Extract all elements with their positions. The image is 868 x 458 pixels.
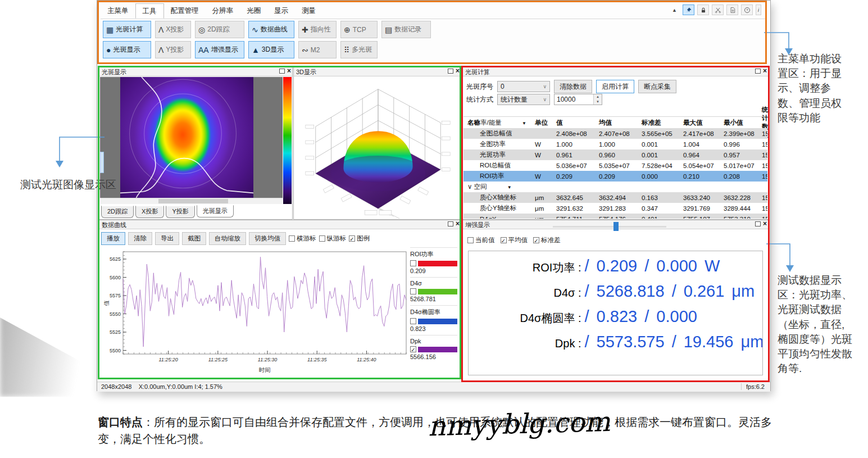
menu-item-配置管理[interactable]: 配置管理: [164, 3, 206, 19]
float-window-icon[interactable]: [448, 221, 453, 226]
table-row[interactable]: 全图功率W1.0001.0000.0011.0040.996151: [463, 139, 767, 149]
font-size-slider[interactable]: [553, 226, 666, 228]
menu-item-分辨率[interactable]: 分辨率: [206, 3, 240, 19]
float-window-icon[interactable]: [755, 69, 761, 74]
checkbox-box[interactable]: ✓: [533, 237, 539, 243]
calc-controls-row1: 光斑序号 0 ∨ 清除数据 启用计算 断点采集: [466, 80, 676, 93]
filter-marker-icon[interactable]: ▼: [521, 121, 526, 126]
checkbox-纵游标[interactable]: 纵游标: [319, 234, 347, 243]
legend-checkbox[interactable]: [410, 260, 416, 266]
menu-item-工具[interactable]: 工具: [135, 3, 164, 19]
close-icon[interactable]: ×: [287, 68, 291, 74]
curve-button-导出[interactable]: 导出: [155, 232, 179, 245]
curve-button-播放[interactable]: 播放: [101, 232, 125, 245]
toolbar-button-3D显示[interactable]: ▲3D显示: [248, 41, 294, 58]
toolbar-button-数据曲线[interactable]: ∿数据曲线: [248, 21, 294, 38]
stepper-arrows[interactable]: ▲ ▼: [593, 94, 602, 105]
table-row[interactable]: 质心X轴坐标μm3632.6453632.4940.1633633.240363…: [463, 192, 767, 203]
curve-button-清除[interactable]: 清除: [128, 232, 152, 245]
table-group-row[interactable]: ∨ 功率/能量 ▼: [463, 117, 767, 128]
tab-光斑显示[interactable]: 光斑显示: [197, 205, 234, 217]
beam-image-area[interactable]: [100, 77, 283, 198]
close-icon[interactable]: ×: [763, 68, 767, 74]
toolbar-button-光斑显示[interactable]: ●光斑显示: [103, 41, 151, 58]
checkbox-平均值[interactable]: ✓平均值: [501, 236, 528, 244]
table-row[interactable]: 光斑功率W0.9610.9600.0010.9640.957151: [463, 149, 767, 160]
help-icon[interactable]: ?: [741, 4, 753, 15]
surface-plot-3d[interactable]: [294, 77, 460, 219]
checkbox-box[interactable]: [289, 235, 295, 242]
checkbox-box[interactable]: [319, 235, 325, 242]
curve-button-截图[interactable]: 截图: [182, 232, 206, 245]
table-row[interactable]: 质心Y轴坐标μm3291.6323291.2830.3473291.769328…: [463, 203, 767, 214]
close-icon[interactable]: ×: [456, 221, 460, 226]
checkbox-当前值[interactable]: 当前值: [467, 236, 495, 244]
toolbar-button-TCP[interactable]: ⊕TCP: [340, 21, 378, 38]
table-row[interactable]: D4σXμm5754.7115754.1760.4015755.1075753.…: [463, 214, 767, 219]
stat-mode-select[interactable]: 统计数量 ∨: [497, 94, 550, 105]
checkbox-box[interactable]: ✓: [349, 235, 355, 242]
status-fps: fps:6.2: [741, 383, 765, 390]
legend-color-bar: [418, 347, 457, 352]
tab-2D跟踪[interactable]: 2D跟踪: [101, 206, 134, 218]
enable-calc-button[interactable]: 启用计算: [596, 80, 634, 93]
checkbox-标准差[interactable]: ✓标准差: [533, 236, 561, 244]
legend-checkbox[interactable]: [410, 288, 416, 294]
float-window-icon[interactable]: [448, 69, 453, 74]
stepper-up-icon[interactable]: ▲: [594, 94, 602, 99]
clear-data-button[interactable]: 清除数据: [554, 80, 592, 93]
toolbar-button-多光斑[interactable]: ⠿多光斑: [340, 41, 378, 58]
scissors-icon[interactable]: [712, 4, 724, 15]
menu-item-显示[interactable]: 显示: [267, 3, 295, 19]
checkbox-横游标[interactable]: 横游标: [289, 234, 316, 243]
menu-item-主菜单[interactable]: 主菜单: [101, 3, 135, 19]
toolbar-button-M2[interactable]: ∾M2: [298, 41, 337, 58]
checkbox-图例[interactable]: ✓图例: [349, 234, 370, 243]
table-row[interactable]: ROI总幅值5.036e+075.035e+077.528e+045.054e+…: [463, 160, 767, 171]
table-row[interactable]: 全图总幅值2.408e+082.407e+083.565e+052.417e+0…: [463, 128, 767, 139]
breakpoint-capture-button[interactable]: 断点采集: [638, 80, 676, 93]
checkbox-box[interactable]: [467, 237, 474, 243]
document-icon[interactable]: [726, 4, 738, 15]
toolbar-button-Y投影[interactable]: ΛY投影: [155, 41, 191, 58]
spot-seq-select[interactable]: 0 ∨: [497, 81, 550, 92]
menu-item-测量[interactable]: 测量: [295, 3, 322, 19]
toolbar-button-label: 增强显示: [211, 45, 238, 55]
table-row[interactable]: ROI功率W0.2090.2090.0000.2100.208151: [463, 171, 767, 182]
filter-marker-icon[interactable]: ▼: [506, 185, 512, 190]
toolbar-button-X投影[interactable]: ΛX投影: [155, 21, 191, 38]
stat-count-stepper[interactable]: 10000 ▲ ▼: [554, 94, 602, 105]
legend-checkbox[interactable]: [410, 318, 416, 324]
close-icon[interactable]: ×: [456, 68, 460, 74]
beam-spot-image[interactable]: [120, 77, 253, 198]
table-group-row[interactable]: ∨ 空间 ▼: [463, 182, 767, 192]
toolbar-button-增强显示[interactable]: AA增强显示: [195, 41, 244, 58]
callout-arrow-right-bottom: [765, 238, 798, 273]
cell-name: 光斑功率: [467, 151, 535, 159]
float-window-icon[interactable]: [279, 69, 285, 74]
tab-Y投影[interactable]: Y投影: [166, 206, 194, 218]
checkbox-box[interactable]: ✓: [501, 237, 507, 243]
intensity-colorbar: [283, 77, 292, 204]
menu-item-光圈[interactable]: 光圈: [240, 3, 267, 19]
line-chart[interactable]: 55005525555055755600562511:25:2011:25:25…: [102, 247, 412, 375]
lock-icon[interactable]: [697, 4, 709, 15]
toolbar-button-数据记录[interactable]: ▤数据记录: [381, 21, 431, 38]
stepper-down-icon[interactable]: ▼: [594, 99, 602, 105]
curve-button-切换均值[interactable]: 切换均值: [249, 232, 286, 245]
panel-title-text: 增强显示: [465, 221, 490, 228]
legend-checkbox[interactable]: ✓: [410, 346, 416, 352]
toolbar-button-光斑计算[interactable]: ▦光斑计算: [103, 21, 151, 38]
curve-button-自动缩放[interactable]: 自动缩放: [209, 232, 246, 245]
slider-handle[interactable]: [613, 222, 619, 231]
scrollbar-thumb[interactable]: [158, 199, 228, 203]
float-window-icon[interactable]: [755, 221, 761, 226]
toolbar-button-2D跟踪[interactable]: ◎2D跟踪: [195, 21, 244, 38]
close-icon[interactable]: ×: [763, 221, 767, 226]
pin-icon[interactable]: [683, 4, 694, 15]
collapse-ribbon-icon[interactable]: ▲: [669, 5, 680, 15]
tab-X投影[interactable]: X投影: [135, 206, 164, 218]
info-icon[interactable]: i: [756, 4, 761, 15]
horizontal-scrollbar[interactable]: [100, 198, 283, 204]
toolbar-button-指向性[interactable]: ✚指向性: [298, 21, 337, 38]
